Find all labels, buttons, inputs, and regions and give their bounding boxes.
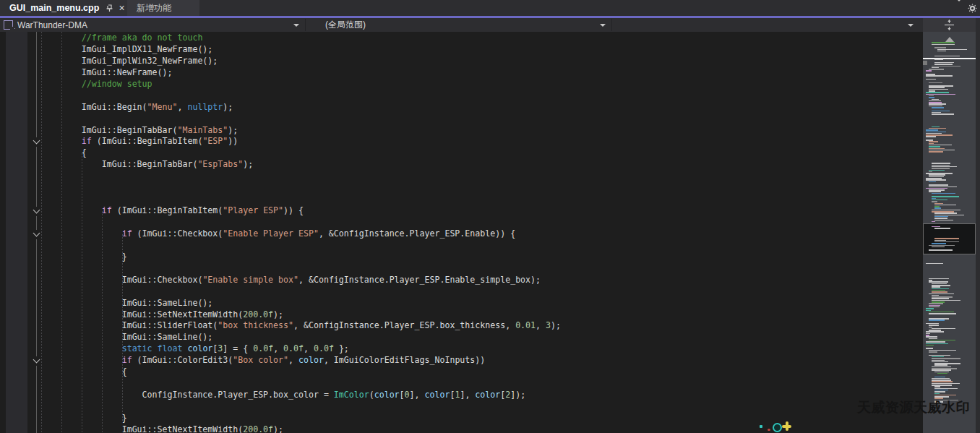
minimap-code-line [929, 355, 950, 356]
minimap-code-line [932, 378, 950, 380]
minimap-code-line [934, 207, 941, 209]
minimap-code-line [929, 90, 935, 92]
tab-new-features[interactable]: 新增功能 [127, 0, 199, 16]
code-line[interactable]: if (ImGui::BeginTabItem("Player ESP")) { [0, 205, 918, 217]
minimap-code-line [934, 363, 960, 364]
minimap-code-line [926, 70, 932, 72]
minimap-code-line [932, 369, 951, 371]
minimap-code-line [934, 238, 959, 239]
code-editor[interactable]: //frame aka do not touch ImGui_ImplDX11_… [0, 32, 980, 433]
code-line[interactable]: if (ImGui::Checkbox("Enable Player ESP",… [0, 228, 918, 240]
minimap-code-line [934, 203, 943, 205]
minimap-code-line [926, 129, 938, 131]
minimap-code-line [929, 338, 937, 340]
minimap-code-line [932, 168, 950, 169]
minimap-code-line [934, 47, 946, 48]
minimap-code-line [929, 97, 934, 98]
code-line[interactable]: if (ImGui::BeginTabItem("ESP")) [0, 136, 918, 147]
code-line[interactable]: ImGui::Begin("Menu", nullptr); [0, 102, 918, 113]
minimap-code-line [932, 111, 950, 112]
member-dropdown[interactable] [613, 18, 919, 32]
code-text[interactable]: //frame aka do not touch ImGui_ImplDX11_… [0, 33, 918, 433]
minimap-code-line [926, 333, 930, 335]
minimap-code-line [929, 102, 942, 103]
project-dropdown[interactable]: WarThunder-DMA [0, 18, 305, 32]
code-line[interactable]: ImGui::SameLine(); [0, 332, 918, 343]
minimap-code-line [926, 310, 931, 312]
minimap-code-line [929, 189, 945, 191]
code-line[interactable]: ImGui::BeginTabBar("EspTabs"); [0, 159, 918, 171]
minimap-code-line [932, 288, 949, 290]
minimap-code-line [929, 174, 945, 176]
code-line[interactable]: ImGui::BeginTabBar("MainTabs"); [0, 125, 918, 137]
minimap-code-line [932, 290, 945, 291]
code-line[interactable] [0, 182, 918, 194]
minimap-code-line [934, 396, 949, 398]
minimap-code-line [926, 79, 936, 80]
code-line[interactable]: if (ImGui::ColorEdit3("Box color", color… [0, 355, 918, 366]
minimap-code-line [926, 178, 942, 179]
code-line[interactable]: { [0, 366, 918, 378]
tab-title: GUI_main_menu.cpp [0, 3, 99, 13]
code-line[interactable] [0, 240, 918, 252]
minimap-code-line [929, 151, 943, 153]
minimap-code-line [926, 341, 945, 343]
minimap-code-line [934, 216, 948, 218]
minimap-code-line [934, 390, 948, 391]
scroll-up-arrow-icon[interactable] [945, 37, 954, 42]
minimap-code-line [929, 280, 932, 281]
code-line[interactable]: } [0, 413, 918, 424]
code-line[interactable]: ConfigInstance.Player_ESP.box_color = Im… [0, 390, 918, 401]
minimap-code-line [932, 226, 940, 228]
minimap-code-line [929, 184, 948, 186]
code-line[interactable]: } [0, 252, 918, 263]
minimap-code-line [929, 69, 944, 70]
code-line[interactable]: //window setup [0, 79, 918, 90]
code-line[interactable] [0, 263, 918, 275]
scope-dropdown[interactable]: (全局范围) [306, 18, 611, 32]
code-line[interactable]: ImGui::Checkbox("Enable simple box", &Co… [0, 275, 918, 286]
minimap-code-line [929, 176, 944, 178]
minimap-code-line [932, 295, 939, 296]
code-line[interactable]: { [0, 147, 918, 159]
code-line[interactable] [0, 217, 918, 228]
code-line[interactable] [0, 378, 918, 390]
code-line[interactable] [0, 194, 918, 205]
minimap-code-line [929, 312, 954, 313]
pin-icon[interactable] [104, 2, 115, 14]
minimap-code-line [926, 136, 936, 137]
code-line[interactable]: ImGui::SameLine(); [0, 298, 918, 309]
code-line[interactable]: static float color[3] = { 0.0f, 0.0f, 0.… [0, 343, 918, 355]
minimap-code-line [932, 246, 945, 248]
code-line[interactable]: ImGui::SliderFloat("box thickness", &Con… [0, 320, 918, 332]
code-line[interactable] [0, 113, 918, 125]
minimap-code-line [932, 210, 960, 211]
minimap-code-line [926, 140, 933, 141]
code-line[interactable]: ImGui_ImplDX11_NewFrame(); [0, 44, 918, 56]
code-line[interactable]: ImGui_ImplWin32_NewFrame(); [0, 56, 918, 67]
code-line[interactable]: ImGui::SetNextItemWidth(200.0f); [0, 309, 918, 321]
minimap-code-line [934, 393, 940, 395]
tab-gui-main-menu[interactable]: GUI_main_menu.cpp × [0, 0, 127, 16]
minimap-code-line [929, 145, 952, 146]
minimap-code-line [926, 188, 947, 189]
code-line[interactable] [0, 90, 918, 102]
minimap-code-line [932, 42, 955, 43]
code-line[interactable]: ImGui::NewFrame(); [0, 67, 918, 79]
minimap[interactable] [923, 32, 976, 433]
minimap-code-line [932, 193, 955, 194]
minimap-code-line [926, 343, 948, 345]
code-line[interactable] [0, 401, 918, 413]
minimap-code-line [932, 211, 954, 213]
gear-icon[interactable] [968, 4, 977, 13]
minimap-code-line [932, 300, 960, 301]
minimap-code-line [929, 350, 956, 351]
close-icon[interactable]: × [116, 2, 127, 14]
split-editor-button[interactable] [923, 18, 976, 32]
minimap-code-line [929, 146, 940, 147]
chevron-down-icon[interactable] [956, 1, 962, 14]
code-line[interactable]: //frame aka do not touch [0, 33, 918, 44]
minimap-code-line [932, 301, 945, 303]
code-line[interactable] [0, 286, 918, 298]
code-line[interactable] [0, 171, 918, 182]
